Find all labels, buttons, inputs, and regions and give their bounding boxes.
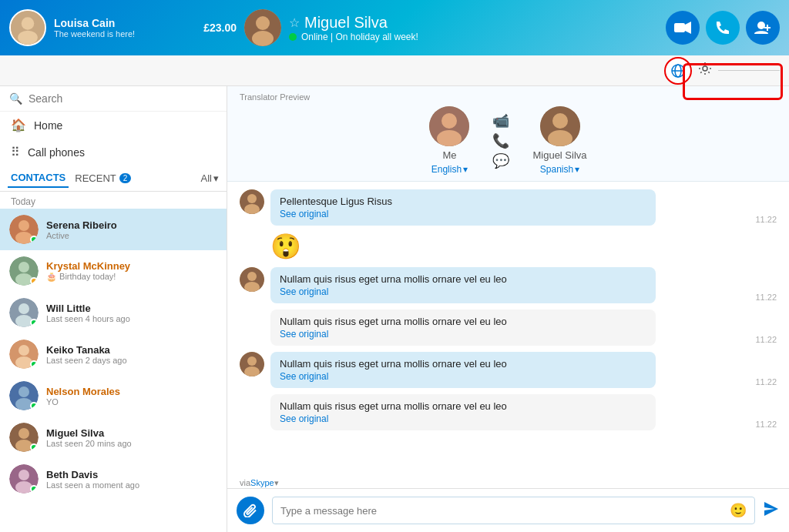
search-bar: 🔍	[0, 86, 227, 112]
message-avatar	[240, 352, 264, 376]
list-item[interactable]: Keiko Tanaka Last seen 2 days ago	[0, 333, 227, 375]
sidebar-item-call-phones[interactable]: ⠿ Call phones	[0, 139, 227, 166]
call-phones-label: Call phones	[28, 146, 85, 159]
input-area-wrap: via Skype ▾ 🙂	[227, 477, 789, 532]
contact-item-sub: Last seen a moment ago	[46, 480, 217, 490]
contact-name: ☆ Miguel Silva	[289, 14, 418, 32]
message-row: Nullam quis risus eget urna mollis ornar…	[240, 394, 777, 430]
online-indicator	[289, 33, 297, 41]
messages: Pellentesque Ligus Risus See original 11…	[227, 182, 789, 477]
message-bubble: Nullam quis risus eget urna mollis ornar…	[270, 267, 656, 303]
recent-badge: 2	[119, 173, 132, 183]
contact-item-avatar	[9, 464, 39, 494]
contact-item-info: Keiko Tanaka Last seen 2 days ago	[46, 344, 217, 365]
see-original-link[interactable]: See original	[280, 329, 646, 340]
message-input-wrap: 🙂	[272, 497, 755, 524]
contact-item-name: Miguel Silva	[46, 427, 217, 439]
add-contact-button[interactable]	[746, 11, 780, 45]
contact-item-avatar	[9, 298, 39, 327]
status-indicator	[30, 360, 38, 368]
chat-area: Translator Preview Me English	[227, 86, 789, 532]
svg-point-37	[442, 113, 457, 129]
message-bubble: Pellentesque Ligus Risus See original	[270, 189, 656, 226]
translator-contact-avatar	[540, 106, 580, 146]
attach-button[interactable]	[237, 497, 264, 524]
video-call-button[interactable]	[666, 11, 700, 45]
status-indicator	[30, 277, 38, 285]
message-icon: 💬	[492, 152, 509, 169]
message-row: Nullam quis risus eget urna mollis ornar…	[240, 309, 777, 346]
contact-item-info: Miguel Silva Last seen 20 mins ago	[46, 427, 217, 448]
tab-all[interactable]: All ▾	[201, 172, 219, 184]
contact-item-avatar	[9, 256, 39, 286]
contact-item-name: Krystal McKinney	[46, 260, 217, 272]
home-icon: 🏠	[11, 118, 26, 132]
contact-item-avatar	[9, 215, 39, 244]
status-indicator	[30, 236, 38, 243]
message-input[interactable]	[280, 505, 730, 517]
settings-button[interactable]	[698, 62, 712, 79]
message-bubble-mine: Nullam quis risus eget urna mollis ornar…	[270, 309, 656, 346]
list-item[interactable]: Miguel Silva Last seen 20 mins ago	[0, 417, 227, 458]
contact-item-info: Will Little Last seen 4 hours ago	[46, 303, 217, 323]
list-item[interactable]: Beth Davis Last seen a moment ago	[0, 458, 227, 500]
see-original-link[interactable]: See original	[280, 286, 646, 297]
contact-item-sub: Active	[46, 231, 217, 240]
emoji-picker-button[interactable]: 🙂	[730, 502, 747, 519]
emoji-row: 😲	[240, 232, 777, 261]
message-time: 11.22	[755, 377, 777, 388]
search-input[interactable]	[29, 92, 217, 105]
svg-point-16	[18, 220, 29, 231]
list-item[interactable]: Nelson Morales YO	[0, 375, 227, 417]
svg-point-49	[247, 356, 257, 366]
contact-item-info: Nelson Morales YO	[46, 386, 217, 407]
message-bubble: Nullam quis risus eget urna mollis ornar…	[270, 352, 656, 388]
translator-globe-button[interactable]	[664, 57, 692, 85]
translator-me-lang[interactable]: English ▾	[431, 164, 468, 175]
translator-bar: Translator Preview Me English	[227, 86, 789, 182]
contact-item-name: Beth Davis	[46, 469, 217, 480]
message-text: Pellentesque Ligus Risus	[280, 196, 646, 207]
contact-item-info: Krystal McKinney 🎂 Birthday today!	[46, 260, 217, 282]
list-item[interactable]: Will Little Last seen 4 hours ago	[0, 292, 227, 333]
sidebar-item-home[interactable]: 🏠 Home	[0, 112, 227, 139]
translator-contact-name: Miguel Silva	[532, 149, 586, 161]
list-item[interactable]: Krystal McKinney 🎂 Birthday today!	[0, 250, 227, 292]
see-original-link[interactable]: See original	[280, 209, 646, 219]
skype-link[interactable]: Skype	[250, 478, 274, 488]
svg-point-14	[703, 66, 707, 71]
contact-item-name: Serena Ribeiro	[46, 219, 217, 231]
send-button[interactable]	[763, 500, 780, 521]
translator-contact-lang[interactable]: Spanish ▾	[540, 164, 579, 175]
contact-item-sub: 🎂 Birthday today!	[46, 272, 217, 282]
divider	[718, 70, 780, 71]
svg-point-22	[18, 303, 29, 314]
contact-item-sub: YO	[46, 397, 217, 407]
star-icon: ☆	[289, 15, 300, 30]
status-indicator	[30, 402, 38, 410]
svg-point-2	[18, 31, 38, 45]
svg-point-34	[18, 470, 29, 480]
message-text: Nullam quis risus eget urna mollis ornar…	[280, 358, 646, 370]
message-text: Nullam quis risus eget urna mollis ornar…	[280, 273, 646, 285]
status-indicator	[30, 443, 38, 451]
call-phones-icon: ⠿	[11, 145, 20, 159]
svg-marker-7	[685, 22, 691, 34]
svg-point-25	[18, 345, 29, 356]
message-text: Nullam quis risus eget urna mollis ornar…	[280, 400, 646, 412]
contact-item-avatar	[9, 340, 39, 369]
contact-item-avatar	[9, 381, 39, 410]
call-button[interactable]	[706, 11, 740, 45]
translator-me-avatar	[429, 106, 469, 146]
see-original-link[interactable]: See original	[280, 371, 646, 382]
translator-participants: Me English ▾ 📹 📞 💬	[240, 106, 777, 175]
tab-contacts[interactable]: CONTACTS	[8, 169, 69, 188]
contact-item-name: Keiko Tanaka	[46, 344, 217, 356]
video-icon: 📹	[492, 112, 509, 129]
tab-recent[interactable]: RECENT 2	[72, 169, 134, 187]
main-content: 🔍 🏠 Home ⠿ Call phones CONTACTS RECENT 2	[0, 86, 789, 532]
message-time: 11.22	[755, 420, 777, 430]
contacts-tabs: CONTACTS RECENT 2 All ▾	[0, 166, 227, 192]
list-item[interactable]: Serena Ribeiro Active	[0, 209, 227, 250]
see-original-link[interactable]: See original	[280, 413, 646, 424]
